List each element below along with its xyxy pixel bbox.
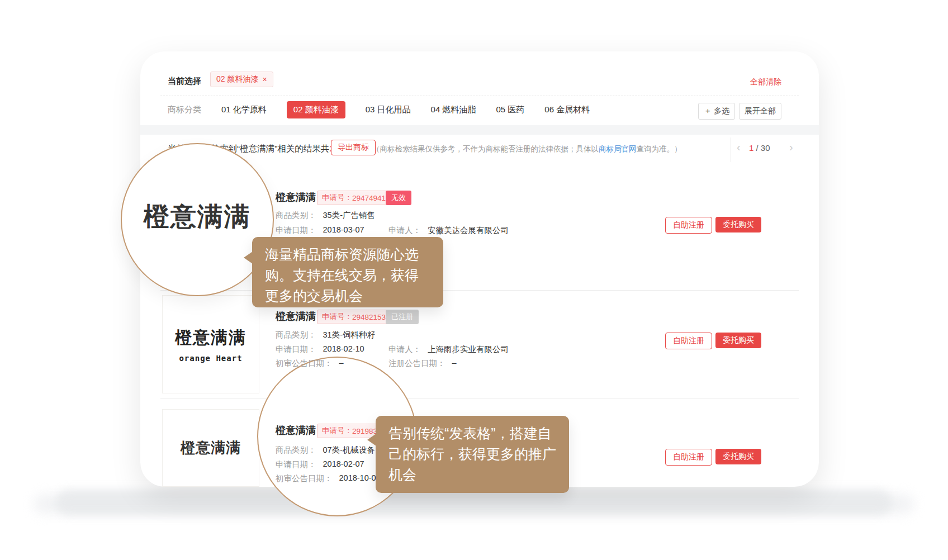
tooltip-text: 告别传统“发表格”，搭建自己的标行，获得更多的推广机会 [388,425,556,482]
field-label: 注册公告日期： [388,358,445,369]
multi-select-button[interactable]: ＋ 多选 [698,103,735,120]
field-value: 上海雨步实业有限公司 [428,344,509,355]
row-separator [160,398,799,398]
field-value: 07类-机械设备 [323,445,375,455]
export-trademark-button[interactable]: 导出商标 [331,140,376,155]
pagination-divider [731,137,731,162]
trademark-image-subtext: orange Heart [179,354,242,363]
field-value: 31类-饲料种籽 [323,330,375,340]
magnified-trademark-text: 橙意满满 [144,200,251,234]
trademark-image: 橙意满满 [162,409,259,487]
disclaimer-prefix: （商标检索结果仅供参考，不作为商标能否注册的法律依据；具体以 [372,145,599,153]
status-badge-invalid: 无效 [386,191,411,205]
category-item-03[interactable]: 03 日化用品 [366,105,411,115]
category-item-06[interactable]: 06 金属材料 [544,105,590,115]
trademark-image-text: 橙意满满 [181,438,241,458]
category-item-02-selected[interactable]: 02 颜料油漆 [287,101,345,118]
category-item-01[interactable]: 01 化学原料 [221,105,267,115]
application-number-tag: 申请号：29474941 [317,191,391,205]
category-item-05[interactable]: 05 医药 [496,105,524,115]
field-value: 2018-02-07 [323,459,364,470]
status-badge-registered: 已注册 [386,310,419,324]
trademark-image-text: 橙意满满 [175,326,247,349]
tooltip-marketplace: 海量精品商标资源随心选购。支持在线交易，获得更多的交易机会 [252,237,443,307]
entrust-buy-button[interactable]: 委托购买 [715,333,761,348]
pagination-prev-icon[interactable]: ‹ [737,141,741,153]
selected-filter-tag-label: 02 颜料油漆 [216,74,258,84]
trademark-name: 橙意满满 [276,424,316,437]
field-label: 申请日期： [276,344,316,355]
field-value: 35类-广告销售 [323,210,375,221]
field-value: 2018-02-10 [323,344,364,355]
page: 当前选择 02 颜料油漆 × 全部清除 商标分类 01 化学原料 02 颜料油漆… [0,0,948,560]
field-label: 申请日期： [276,459,316,470]
filter-dashed-separator [160,96,799,96]
field-label: 申请人： [388,344,421,355]
field-label: 商品类别： [276,445,316,455]
trademark-image: 橙意满满 orange Heart [162,295,259,393]
application-number-label: 申请号： [322,312,352,322]
selected-filter-tag[interactable]: 02 颜料油漆 × [210,72,273,87]
tooltip-arrow-icon [244,251,253,264]
field-value: – [339,358,344,369]
tooltip-promotion: 告别传统“发表格”，搭建自己的标行，获得更多的推广机会 [376,416,569,493]
trademark-office-link[interactable]: 商标局官网 [599,145,637,153]
close-icon[interactable]: × [262,75,267,84]
application-number-value: 29474941 [352,194,386,202]
results-disclaimer: （商标检索结果仅供参考，不作为商标能否注册的法律依据；具体以商标局官网查询为准。… [372,144,682,154]
category-label: 商标分类 [168,105,201,115]
self-register-button[interactable]: 自助注册 [665,217,712,234]
field-value: 2018-03-07 [323,225,364,236]
field-label: 商品类别： [276,210,316,221]
field-label: 申请日期： [276,225,316,236]
application-number-label: 申请号： [322,193,352,203]
pagination-sep: / [753,143,761,153]
application-number-tag: 申请号：29482153 [317,310,391,324]
self-register-button[interactable]: 自助注册 [665,333,712,349]
tooltip-text: 海量精品商标资源随心选购。支持在线交易，获得更多的交易机会 [265,246,419,303]
entrust-buy-button[interactable]: 委托购买 [715,217,761,232]
self-register-button[interactable]: 自助注册 [665,449,712,466]
application-number-value: 29482153 [352,313,386,321]
field-label: 初审公告日期： [276,358,333,369]
base-shadow [56,490,892,515]
application-number-label: 申请号： [322,426,352,436]
section-divider-band [140,125,819,135]
trademark-name: 橙意满满 [276,191,316,204]
magnifier-circle: 橙意满满 [121,143,274,296]
pagination-total: 30 [761,143,770,153]
field-value: 安徽美达会展有限公司 [428,225,509,236]
disclaimer-suffix: 查询为准。） [637,145,682,153]
pagination-next-icon[interactable]: › [789,141,793,153]
entrust-buy-button[interactable]: 委托购买 [715,449,761,464]
field-label: 初审公告日期： [276,473,333,484]
clear-all-button[interactable]: 全部清除 [750,77,781,87]
field-label: 申请人： [388,225,421,236]
expand-all-button[interactable]: 展开全部 [739,103,781,120]
tooltip-arrow-icon [367,434,376,446]
field-value: – [452,358,457,369]
current-selection-label: 当前选择 [168,76,201,87]
field-value: 2018-10-06 [339,473,381,484]
pagination-indicator: 1 / 30 [749,143,770,153]
category-item-04[interactable]: 04 燃料油脂 [431,105,476,115]
trademark-name: 橙意满满 [276,310,316,323]
field-label: 商品类别： [276,330,316,340]
